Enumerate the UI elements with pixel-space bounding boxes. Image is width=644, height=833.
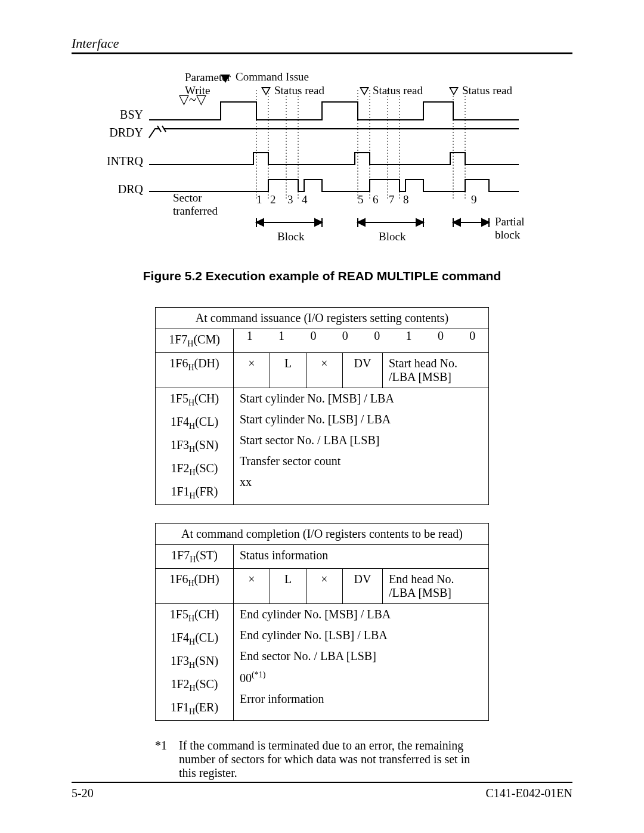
dh-c5: Start head No. /LBA [MSB] bbox=[383, 353, 489, 388]
block-label-2: Block bbox=[379, 230, 405, 243]
dh-c4: DV bbox=[343, 353, 383, 388]
svg-marker-26 bbox=[453, 219, 460, 226]
cm-bit1: 0 bbox=[425, 329, 456, 343]
cm-bit6: 1 bbox=[265, 329, 297, 343]
tick-2: 2 bbox=[270, 193, 276, 206]
reg-sn2: 1F3H(SN) bbox=[156, 651, 233, 674]
reg-cl2: 1F4H(CL) bbox=[156, 627, 233, 651]
status-read-marker-1 bbox=[261, 87, 271, 95]
completion-table: At command completion (I/O registers con… bbox=[155, 523, 489, 721]
doc-number: C141-E042-01EN bbox=[485, 786, 572, 800]
drdy-label: DRDY bbox=[101, 126, 143, 140]
block-label-1: Block bbox=[277, 230, 304, 243]
reg-dh2: 1F6H(DH) bbox=[156, 569, 234, 604]
cm-bit4: 0 bbox=[329, 329, 361, 343]
issuance-title: At command issuance (I/O registers setti… bbox=[156, 308, 489, 329]
tick-1: 1 bbox=[256, 193, 262, 206]
svg-marker-16 bbox=[256, 219, 264, 226]
dh2-c4: DV bbox=[343, 569, 383, 604]
status-read-marker-3 bbox=[449, 87, 459, 95]
figure-caption: Figure 5.2 Execution example of READ MUL… bbox=[72, 269, 572, 283]
tick-9: 9 bbox=[471, 193, 477, 206]
reg-cl: 1F4H(CL) bbox=[156, 411, 233, 435]
issuance-table: At command issuance (I/O registers setti… bbox=[155, 307, 489, 505]
cm-bit5: 0 bbox=[298, 329, 329, 343]
sn-val: Start sector No. / LBA [LSB] bbox=[234, 430, 488, 451]
page-footer: 5-20 C141-E042-01EN bbox=[72, 782, 572, 800]
page-number: 5-20 bbox=[72, 786, 94, 800]
cm-bit2: 1 bbox=[393, 329, 425, 343]
intrq-label: INTRQ bbox=[101, 154, 143, 168]
svg-marker-21 bbox=[358, 219, 365, 226]
reg-ch2: 1F5H(CH) bbox=[156, 604, 233, 627]
footnote-marker: *1 bbox=[155, 739, 179, 780]
reg-sc2: 1F2H(SC) bbox=[156, 674, 233, 697]
reg-sn: 1F3H(SN) bbox=[156, 435, 233, 458]
tick-4: 4 bbox=[302, 193, 308, 206]
cm-bit3: 0 bbox=[361, 329, 393, 343]
bsy-label: BSY bbox=[101, 108, 143, 122]
status-read-label-2: Status read bbox=[373, 84, 423, 97]
tick-7: 7 bbox=[389, 193, 395, 206]
tick-3: 3 bbox=[287, 193, 293, 206]
completion-title: At command completion (I/O registers con… bbox=[156, 524, 489, 545]
svg-marker-17 bbox=[315, 219, 322, 226]
ch-val: Start cylinder No. [MSB] / LBA bbox=[234, 388, 488, 409]
dh-c1: × bbox=[234, 353, 270, 388]
svg-marker-22 bbox=[416, 219, 423, 226]
status-read-label-1: Status read bbox=[274, 84, 324, 97]
reg-fr: 1F1H(FR) bbox=[156, 481, 233, 504]
cl2-val: End cylinder No. [LSB] / LBA bbox=[234, 625, 488, 646]
cmd-issue-label: Command Issue bbox=[236, 70, 309, 83]
footnote: *1 If the command is terminated due to a… bbox=[155, 739, 489, 780]
dh2-c1: × bbox=[234, 569, 270, 604]
reg-dh: 1F6H(DH) bbox=[156, 353, 234, 388]
section-name: Interface bbox=[72, 36, 119, 51]
section-header: Interface bbox=[72, 36, 572, 54]
cm-bit7: 1 bbox=[234, 329, 265, 343]
er-val: Error information bbox=[234, 689, 488, 710]
reg-st: 1F7H(ST) bbox=[156, 545, 234, 569]
cm-bit0: 0 bbox=[457, 329, 488, 343]
cmd-issue-marker bbox=[221, 75, 230, 83]
param-write-markers: ▽~▽ bbox=[179, 92, 206, 107]
sc2-val: 00(*1) bbox=[234, 667, 488, 689]
dh2-c3: × bbox=[306, 569, 343, 604]
status-read-label-3: Status read bbox=[462, 84, 512, 97]
sn2-val: End sector No. / LBA [LSB] bbox=[234, 646, 488, 667]
cl-val: Start cylinder No. [LSB] / LBA bbox=[234, 409, 488, 430]
tick-6: 6 bbox=[373, 193, 379, 206]
dh-c3: × bbox=[306, 353, 343, 388]
partial-block-label: Partialblock bbox=[495, 215, 525, 241]
reg-cm: 1F7H(CM) bbox=[156, 329, 234, 353]
st-val: Status information bbox=[234, 545, 489, 569]
tick-8: 8 bbox=[403, 193, 409, 206]
sc-val: Transfer sector count bbox=[234, 451, 488, 472]
dh2-c2: L bbox=[270, 569, 306, 604]
reg-er: 1F1H(ER) bbox=[156, 697, 233, 720]
ch2-val: End cylinder No. [MSB] / LBA bbox=[234, 604, 488, 625]
timing-diagram: ParameterWrite Command Issue Status read… bbox=[101, 66, 543, 251]
status-read-marker-2 bbox=[360, 87, 369, 95]
svg-marker-27 bbox=[482, 219, 489, 226]
sector-transferred-label: Sectortranferred bbox=[173, 191, 218, 218]
reg-ch: 1F5H(CH) bbox=[156, 388, 233, 411]
drq-label: DRQ bbox=[101, 182, 143, 196]
footnote-text: If the command is terminated due to an e… bbox=[179, 739, 489, 780]
dh-c2: L bbox=[270, 353, 306, 388]
tick-5: 5 bbox=[358, 193, 364, 206]
reg-sc: 1F2H(SC) bbox=[156, 458, 233, 481]
dh2-c5: End head No. /LBA [MSB] bbox=[383, 569, 489, 604]
fr-val: xx bbox=[234, 472, 488, 493]
